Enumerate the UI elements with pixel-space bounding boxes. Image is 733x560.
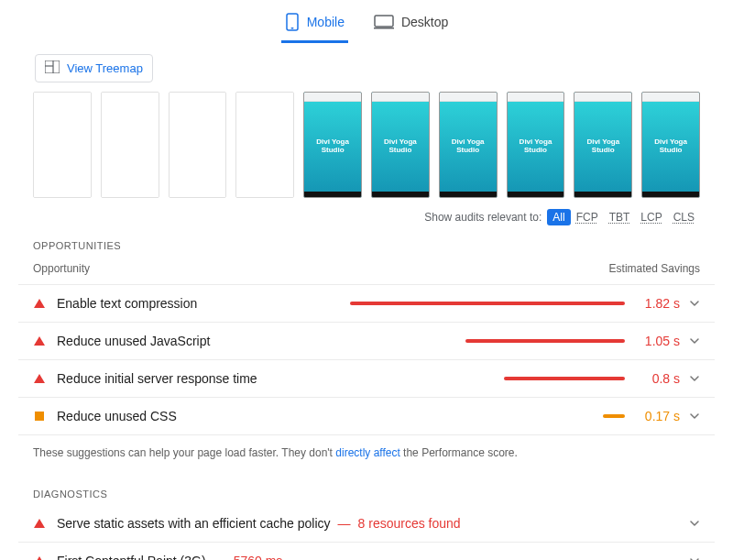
opportunity-label: Reduce initial server response time bbox=[57, 371, 257, 386]
opportunity-label: Reduce unused CSS bbox=[57, 409, 177, 423]
filter-fcp[interactable]: FCP bbox=[571, 209, 604, 225]
savings-value: 0.8 s bbox=[634, 371, 680, 386]
note-link[interactable]: directly affect bbox=[335, 446, 399, 459]
severity-red-icon bbox=[33, 519, 46, 528]
opportunity-label: Reduce unused JavaScript bbox=[57, 334, 210, 348]
treemap-icon bbox=[45, 60, 60, 76]
svg-rect-3 bbox=[374, 27, 394, 29]
opportunities-col-right: Estimated Savings bbox=[609, 262, 700, 275]
opportunities-title: OPPORTUNITIES bbox=[33, 240, 700, 251]
tab-mobile-label: Mobile bbox=[307, 15, 345, 29]
audit-filter-row: Show audits relevant to: AllFCPTBTLCPCLS bbox=[33, 211, 700, 224]
diagnostic-row[interactable]: First Contentful Paint (3G)—5760 ms bbox=[18, 543, 715, 560]
chevron-down-icon[interactable] bbox=[689, 298, 700, 309]
diagnostic-label: Serve static assets with an efficient ca… bbox=[57, 516, 331, 531]
device-tabs: Mobile Desktop bbox=[18, 0, 715, 43]
mobile-icon bbox=[285, 13, 300, 31]
tab-desktop[interactable]: Desktop bbox=[370, 7, 452, 43]
tab-desktop-label: Desktop bbox=[401, 15, 448, 29]
frame-text: Divi Yoga Studio bbox=[304, 102, 361, 192]
savings-value: 1.82 s bbox=[634, 296, 680, 311]
chevron-down-icon[interactable] bbox=[689, 518, 700, 529]
view-treemap-label: View Treemap bbox=[67, 61, 143, 75]
opportunities-header: Opportunity Estimated Savings bbox=[18, 257, 715, 285]
desktop-icon bbox=[374, 15, 394, 29]
savings-bar bbox=[350, 414, 625, 418]
audit-filter-label: Show audits relevant to: bbox=[424, 211, 542, 224]
dash: — bbox=[213, 554, 226, 560]
savings-value: 1.05 s bbox=[634, 334, 680, 348]
opportunity-row[interactable]: Enable text compression1.82 s bbox=[18, 285, 715, 323]
filmstrip-frame[interactable]: Divi Yoga Studio bbox=[641, 92, 700, 198]
chevron-down-icon[interactable] bbox=[689, 335, 700, 346]
filmstrip-frame[interactable]: Divi Yoga Studio bbox=[574, 92, 632, 198]
dash: — bbox=[338, 516, 351, 531]
svg-rect-2 bbox=[375, 16, 393, 27]
frame-text: Divi Yoga Studio bbox=[372, 102, 429, 192]
filmstrip-frame[interactable] bbox=[33, 92, 92, 198]
filter-cls[interactable]: CLS bbox=[668, 209, 700, 225]
chevron-down-icon[interactable] bbox=[689, 555, 700, 560]
severity-red-icon bbox=[33, 336, 46, 346]
frame-text: Divi Yoga Studio bbox=[508, 102, 564, 192]
opportunity-label: Enable text compression bbox=[57, 296, 197, 311]
filmstrip-frame[interactable] bbox=[101, 92, 159, 198]
filmstrip: Divi Yoga StudioDivi Yoga StudioDivi Yog… bbox=[18, 92, 715, 198]
diagnostic-detail: 5760 ms bbox=[234, 554, 283, 560]
frame-text: Divi Yoga Studio bbox=[574, 102, 631, 192]
filter-all[interactable]: All bbox=[547, 209, 570, 225]
frame-text: Divi Yoga Studio bbox=[440, 102, 497, 192]
savings-bar bbox=[350, 302, 625, 305]
severity-red-icon bbox=[33, 556, 46, 560]
diagnostic-label: First Contentful Paint (3G) bbox=[57, 554, 206, 560]
savings-bar bbox=[350, 377, 625, 380]
filter-tbt[interactable]: TBT bbox=[604, 209, 636, 225]
chevron-down-icon[interactable] bbox=[689, 373, 700, 384]
diagnostics-title: DIAGNOSTICS bbox=[33, 489, 700, 500]
diagnostic-row[interactable]: Serve static assets with an efficient ca… bbox=[18, 505, 715, 543]
severity-orange-icon bbox=[33, 412, 46, 421]
svg-rect-1 bbox=[290, 27, 293, 29]
severity-red-icon bbox=[33, 299, 46, 308]
filmstrip-frame[interactable] bbox=[169, 92, 227, 198]
tab-mobile[interactable]: Mobile bbox=[281, 7, 348, 43]
savings-value: 0.17 s bbox=[634, 409, 680, 423]
savings-bar bbox=[350, 339, 625, 343]
view-treemap-button[interactable]: View Treemap bbox=[35, 54, 153, 82]
filmstrip-frame[interactable]: Divi Yoga Studio bbox=[439, 92, 498, 198]
severity-red-icon bbox=[33, 374, 46, 383]
filter-lcp[interactable]: LCP bbox=[635, 209, 667, 225]
diagnostic-detail: 8 resources found bbox=[358, 516, 461, 531]
opportunity-row[interactable]: Reduce unused JavaScript1.05 s bbox=[18, 323, 715, 360]
note-pre: These suggestions can help your page loa… bbox=[33, 446, 335, 459]
filmstrip-frame[interactable]: Divi Yoga Studio bbox=[507, 92, 565, 198]
filmstrip-frame[interactable]: Divi Yoga Studio bbox=[371, 92, 430, 198]
filmstrip-frame[interactable] bbox=[235, 92, 294, 198]
frame-text: Divi Yoga Studio bbox=[642, 102, 699, 192]
chevron-down-icon[interactable] bbox=[689, 411, 700, 422]
opportunity-row[interactable]: Reduce unused CSS0.17 s bbox=[18, 398, 715, 435]
opportunities-col-left: Opportunity bbox=[33, 262, 90, 275]
note-post: the Performance score. bbox=[400, 446, 518, 459]
svg-rect-4 bbox=[45, 60, 60, 73]
opportunity-row[interactable]: Reduce initial server response time0.8 s bbox=[18, 360, 715, 398]
opportunities-note: These suggestions can help your page loa… bbox=[18, 435, 715, 463]
filmstrip-frame[interactable]: Divi Yoga Studio bbox=[303, 92, 362, 198]
